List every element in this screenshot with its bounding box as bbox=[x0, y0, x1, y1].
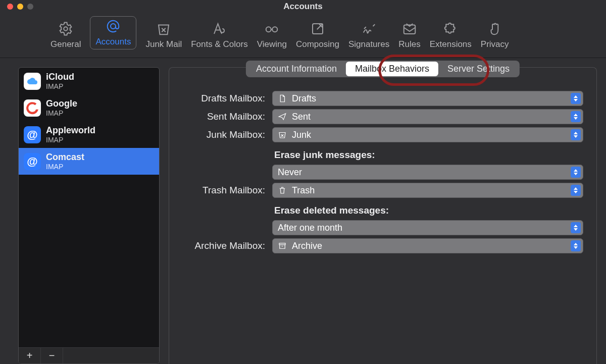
titlebar: Accounts bbox=[0, 0, 606, 13]
archive-value: Archive bbox=[292, 241, 322, 251]
paperplane-icon bbox=[278, 112, 287, 121]
sent-mailbox-select[interactable]: Sent bbox=[272, 109, 583, 124]
drafts-value: Drafts bbox=[292, 93, 316, 104]
toolbar-rules[interactable]: Rules bbox=[398, 21, 420, 49]
stepper-icon bbox=[571, 185, 581, 196]
account-row-appleworld[interactable]: @ Appleworld IMAP bbox=[19, 121, 159, 148]
svg-point-0 bbox=[64, 27, 68, 31]
account-name: Google bbox=[46, 98, 77, 109]
toolbar-junk-mail[interactable]: Junk Mail bbox=[145, 21, 182, 49]
account-name: Appleworld bbox=[46, 125, 95, 136]
svg-point-3 bbox=[273, 27, 278, 32]
toolbar-viewing-label: Viewing bbox=[257, 39, 287, 49]
sent-value: Sent bbox=[292, 112, 311, 122]
junk-value: Junk bbox=[292, 130, 311, 140]
toolbar-general[interactable]: General bbox=[50, 21, 81, 49]
compose-icon bbox=[310, 21, 325, 36]
hand-icon bbox=[487, 21, 502, 36]
tab-server-settings[interactable]: Server Settings bbox=[438, 62, 519, 76]
junk-box-icon bbox=[278, 130, 287, 139]
toolbar-general-label: General bbox=[50, 39, 81, 49]
stepper-icon bbox=[571, 93, 581, 104]
toolbar-signatures[interactable]: Signatures bbox=[348, 21, 389, 49]
erase-junk-select[interactable]: Never bbox=[272, 165, 583, 180]
svg-point-2 bbox=[266, 27, 271, 32]
junk-icon bbox=[156, 21, 171, 36]
trash-mailbox-select[interactable]: Trash bbox=[272, 183, 583, 198]
junk-mailbox-select[interactable]: Junk bbox=[272, 127, 583, 142]
remove-account-button[interactable]: − bbox=[41, 348, 63, 363]
toolbar-extensions-label: Extensions bbox=[430, 39, 472, 49]
toolbar-composing[interactable]: Composing bbox=[296, 21, 339, 49]
svg-rect-6 bbox=[279, 243, 285, 245]
erase-deleted-value: After one month bbox=[278, 223, 342, 233]
archive-label: Archive Mailbox: bbox=[195, 240, 265, 251]
icloud-icon bbox=[24, 73, 41, 90]
stepper-icon bbox=[571, 129, 581, 140]
rules-icon bbox=[402, 21, 417, 36]
tab-mailbox-behaviors[interactable]: Mailbox Behaviors bbox=[346, 62, 438, 76]
toolbar-accounts-label: Accounts bbox=[95, 37, 131, 47]
toolbar-privacy-label: Privacy bbox=[481, 39, 509, 49]
toolbar-junk-label: Junk Mail bbox=[145, 39, 182, 49]
toolbar-privacy[interactable]: Privacy bbox=[481, 21, 509, 49]
toolbar-viewing[interactable]: Viewing bbox=[257, 21, 287, 49]
gear-icon bbox=[58, 21, 73, 36]
tab-account-information[interactable]: Account Information bbox=[247, 62, 346, 76]
google-icon bbox=[24, 99, 41, 117]
main-panel: Account Information Mailbox Behaviors Se… bbox=[169, 67, 597, 364]
drafts-label: Drafts Mailbox: bbox=[201, 93, 265, 104]
at-icon bbox=[106, 19, 121, 34]
signature-icon bbox=[362, 21, 377, 36]
account-subtitle: IMAP bbox=[46, 82, 74, 90]
account-subtitle: IMAP bbox=[46, 109, 77, 117]
sent-label: Sent Mailbox: bbox=[207, 111, 265, 122]
window-zoom-button[interactable] bbox=[27, 4, 33, 10]
junk-label: Junk Mailbox: bbox=[207, 129, 265, 140]
erase-deleted-select[interactable]: After one month bbox=[272, 220, 583, 235]
trash-value: Trash bbox=[292, 185, 315, 196]
archive-mailbox-select[interactable]: Archive bbox=[272, 238, 583, 253]
at-icon: @ bbox=[24, 153, 41, 170]
toolbar-accounts[interactable]: Accounts bbox=[90, 16, 136, 49]
account-subtitle: IMAP bbox=[46, 163, 84, 171]
erase-deleted-label: Erase deleted messages: bbox=[272, 201, 583, 217]
trash-icon bbox=[278, 186, 287, 195]
svg-point-1 bbox=[111, 24, 116, 29]
toolbar-signatures-label: Signatures bbox=[348, 39, 389, 49]
glasses-icon bbox=[264, 21, 279, 36]
erase-junk-label: Erase junk messages: bbox=[272, 145, 583, 162]
archive-icon bbox=[278, 241, 287, 250]
at-icon: @ bbox=[24, 126, 41, 143]
drafts-mailbox-select[interactable]: Drafts bbox=[272, 91, 583, 106]
tabs-segmented-control: Account Information Mailbox Behaviors Se… bbox=[246, 61, 520, 77]
erase-junk-value: Never bbox=[278, 167, 302, 178]
account-name: Comcast bbox=[46, 152, 84, 163]
stepper-icon bbox=[571, 222, 581, 233]
toolbar-extensions[interactable]: Extensions bbox=[430, 21, 472, 49]
account-row-comcast[interactable]: @ Comcast IMAP bbox=[19, 148, 159, 175]
fonts-icon bbox=[212, 21, 227, 36]
puzzle-icon bbox=[443, 21, 458, 36]
window-title: Accounts bbox=[283, 2, 322, 12]
window-minimize-button[interactable] bbox=[17, 4, 23, 10]
window-close-button[interactable] bbox=[7, 4, 13, 10]
preferences-toolbar: General Accounts Junk Mail Fonts & Color… bbox=[0, 13, 606, 58]
account-row-icloud[interactable]: iCloud IMAP bbox=[19, 68, 159, 94]
accounts-sidebar: iCloud IMAP Google IMAP @ A bbox=[18, 67, 160, 364]
trash-label: Trash Mailbox: bbox=[203, 185, 265, 196]
stepper-icon bbox=[571, 167, 581, 178]
toolbar-fonts-label: Fonts & Colors bbox=[191, 39, 247, 49]
toolbar-fonts-colors[interactable]: Fonts & Colors bbox=[191, 21, 247, 49]
toolbar-rules-label: Rules bbox=[398, 39, 420, 49]
account-name: iCloud bbox=[46, 72, 74, 82]
mailbox-behaviors-form: Drafts Mailbox: Drafts Sent Mailbox: Sen… bbox=[174, 68, 591, 253]
document-icon bbox=[278, 94, 287, 103]
stepper-icon bbox=[571, 111, 581, 122]
account-subtitle: IMAP bbox=[46, 136, 95, 144]
sidebar-footer: + − bbox=[19, 347, 159, 363]
toolbar-composing-label: Composing bbox=[296, 39, 339, 49]
add-account-button[interactable]: + bbox=[19, 348, 41, 363]
stepper-icon bbox=[571, 240, 581, 251]
account-row-google[interactable]: Google IMAP bbox=[19, 94, 159, 121]
